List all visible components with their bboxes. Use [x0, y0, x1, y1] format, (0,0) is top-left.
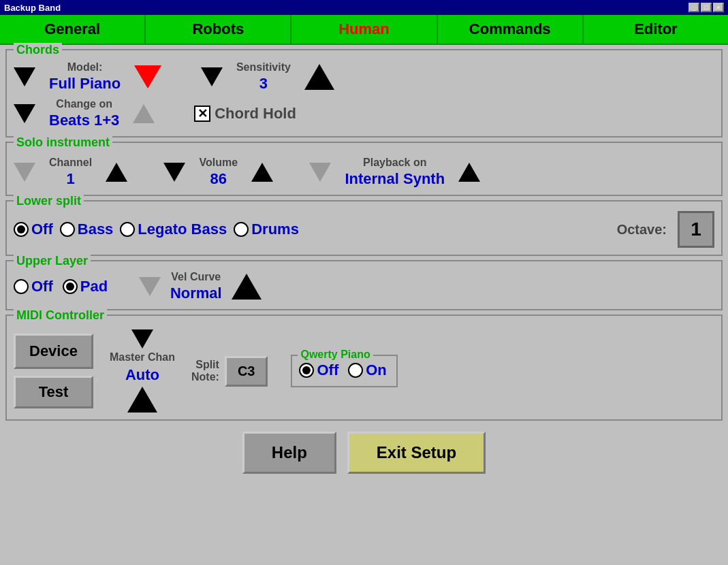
model-value: Full Piano [49, 75, 121, 93]
chords-section: Chords Model: Full Piano Sensitivity 3 [5, 49, 723, 138]
lower-split-section: Lower split Off Bass Legato Bass Drums O… [5, 200, 723, 256]
test-button[interactable]: Test [14, 376, 93, 408]
radio-legato-label: Legato Bass [138, 221, 227, 238]
minimize-button[interactable]: _ [689, 3, 699, 12]
radio-drums[interactable]: Drums [234, 221, 299, 238]
qwerty-radio-off[interactable]: Off [299, 361, 338, 379]
octave-label: Octave: [617, 222, 667, 238]
menu-bar: General Robots Human Commands Editor [0, 15, 728, 45]
vel-curve-label: Vel Curve [171, 271, 221, 283]
upper-radio-off[interactable]: Off [14, 278, 53, 295]
vel-curve-down-arrow[interactable] [139, 277, 161, 296]
playback-label: Playback on [363, 157, 426, 169]
sensitivity-down-arrow[interactable] [201, 67, 223, 86]
change-on-up-arrow[interactable] [133, 104, 155, 123]
menu-general[interactable]: General [0, 15, 146, 44]
volume-up-arrow[interactable] [251, 163, 273, 182]
volume-down-arrow[interactable] [163, 163, 185, 182]
close-button[interactable]: × [713, 3, 724, 12]
solo-title: Solo instrument [14, 135, 112, 150]
menu-human[interactable]: Human [291, 15, 437, 44]
radio-off[interactable]: Off [14, 221, 53, 238]
volume-label: Volume [199, 157, 238, 169]
radio-bass[interactable]: Bass [60, 221, 114, 238]
upper-radio-pad[interactable]: Pad [63, 278, 108, 295]
vel-curve-up-arrow[interactable] [232, 274, 262, 300]
channel-up-arrow[interactable] [106, 163, 127, 182]
qwerty-title: Qwerty Piano [298, 349, 373, 361]
split-note-button[interactable]: C3 [225, 356, 268, 387]
menu-commands[interactable]: Commands [438, 15, 584, 44]
device-button[interactable]: Device [14, 334, 93, 369]
chords-title: Chords [14, 43, 62, 57]
radio-legato-btn[interactable] [120, 222, 135, 237]
upper-radio-off-label: Off [31, 278, 53, 295]
volume-value: 86 [210, 170, 227, 188]
sensitivity-label: Sensitivity [236, 61, 291, 74]
title-bar: Backup Band _ □ × [0, 0, 728, 15]
lower-split-title: Lower split [14, 194, 84, 208]
chord-hold-label: Chord Hold [215, 105, 296, 123]
menu-editor[interactable]: Editor [584, 15, 728, 44]
upper-radio-pad-label: Pad [80, 278, 108, 295]
radio-off-label: Off [31, 221, 53, 238]
sensitivity-value: 3 [259, 75, 268, 93]
radio-bass-btn[interactable] [60, 222, 75, 237]
playback-down-arrow[interactable] [309, 163, 331, 182]
upper-radio-pad-btn[interactable] [63, 279, 78, 294]
qwerty-off-label: Off [317, 361, 338, 379]
upper-radio-off-btn[interactable] [14, 279, 29, 294]
solo-section: Solo instrument Channel 1 Volume 86 Play… [5, 142, 723, 196]
radio-off-btn[interactable] [14, 222, 29, 237]
upper-layer-title: Upper Layer [14, 254, 91, 268]
master-chan-up-arrow[interactable] [127, 387, 157, 413]
radio-legato-bass[interactable]: Legato Bass [120, 221, 227, 238]
sensitivity-up-arrow[interactable] [304, 64, 334, 90]
model-label: Model: [67, 61, 103, 74]
qwerty-radio-on[interactable]: On [348, 361, 387, 379]
bottom-bar: Help Exit Setup [5, 432, 723, 474]
app-title: Backup Band [4, 3, 61, 13]
title-controls: _ □ × [689, 3, 724, 12]
qwerty-on-btn[interactable] [348, 363, 363, 378]
upper-layer-section: Upper Layer Off Pad Vel Curve Normal [5, 260, 723, 310]
qwerty-on-label: On [366, 361, 387, 379]
menu-robots[interactable]: Robots [146, 15, 291, 44]
vel-curve-value: Normal [170, 285, 222, 302]
midi-title: MIDI Controller [14, 308, 107, 323]
octave-value: 1 [678, 211, 714, 248]
master-chan-label: Master Chan [110, 351, 175, 364]
qwerty-off-btn[interactable] [299, 363, 314, 378]
help-button[interactable]: Help [242, 432, 336, 474]
change-on-value: Beats 1+3 [49, 112, 119, 129]
split-note-label: SplitNote: [191, 359, 219, 383]
master-chan-down-arrow[interactable] [131, 329, 153, 349]
change-on-label: Change on [56, 98, 112, 110]
channel-value: 1 [66, 170, 74, 188]
exit-setup-button[interactable]: Exit Setup [347, 432, 486, 474]
chord-hold-checkbox[interactable]: ✕ [194, 106, 210, 122]
maximize-button[interactable]: □ [701, 3, 712, 12]
channel-label: Channel [49, 157, 92, 169]
radio-drums-btn[interactable] [234, 222, 249, 237]
midi-section: MIDI Controller Device Test Master Chan … [5, 314, 723, 421]
model-up-arrow-red[interactable] [134, 65, 161, 88]
model-down-arrow[interactable] [14, 67, 35, 86]
main-content: Chords Model: Full Piano Sensitivity 3 [0, 45, 728, 478]
qwerty-box: Qwerty Piano Off On [291, 355, 397, 387]
playback-value: Internal Synth [345, 170, 445, 188]
radio-bass-label: Bass [78, 221, 114, 238]
change-on-down-arrow[interactable] [14, 104, 35, 123]
playback-up-arrow[interactable] [458, 163, 480, 182]
master-chan-value: Auto [125, 366, 159, 384]
channel-down-arrow[interactable] [14, 163, 35, 182]
radio-drums-label: Drums [251, 221, 299, 238]
